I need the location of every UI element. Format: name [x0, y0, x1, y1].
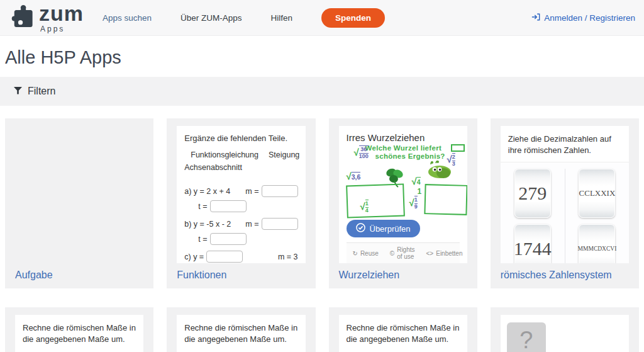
app-card-roemisches-zahlensystem: Ziehe die Dezimalzahlen auf ihre römisch…	[491, 118, 639, 288]
t-label-a: t =	[198, 202, 207, 211]
col-steigung: Steigung	[269, 150, 299, 159]
sqrt-2-3-draggable[interactable]: √23	[447, 153, 455, 167]
decimal-tile-279[interactable]: 279	[514, 169, 551, 218]
task-title: Ergänze die fehlenden Teile.	[184, 133, 297, 143]
question-line-2: schönes Ergebnis?	[375, 152, 445, 160]
embed-action[interactable]: <> Einbetten	[426, 250, 463, 257]
m-label-a: m =	[245, 187, 258, 196]
app-link-wurzelziehen[interactable]: Wurzelziehen	[339, 264, 467, 281]
reuse-action[interactable]: ↻ Reuse	[353, 250, 379, 257]
app-card-masse-jahre: Rechne die römischen Maße in die angegeb…	[329, 307, 477, 352]
nav-ueber-zum-apps[interactable]: Über ZUM-Apps	[180, 13, 242, 23]
dropzone-small[interactable]	[451, 144, 465, 152]
filter-toggle[interactable]: Filtern	[0, 77, 644, 106]
app-card-aufgabe: Aufgabe	[5, 118, 153, 288]
y-input-c[interactable]	[206, 251, 243, 263]
question-line-1: Welche Wurzel liefert	[365, 144, 442, 152]
memory-preview: ? ? ?	[501, 315, 629, 352]
equation-b: b) y = -5 x - 2	[184, 220, 231, 229]
roman-column: CCLXXIX MMMCDXCVI	[565, 169, 629, 263]
task-instruction: Ziehe die Dezimalzahlen auf ihre römisch…	[501, 126, 629, 162]
sqrt-1-9-draggable[interactable]: √19	[409, 196, 418, 210]
dropzone-right[interactable]	[424, 184, 467, 215]
signin-label: Anmelden / Registrieren	[544, 13, 635, 23]
main-nav: Apps suchen Über ZUM-Apps Hilfen Spenden	[103, 8, 385, 28]
sqrt-4-draggable[interactable]: √4	[412, 176, 421, 187]
logo-wordmark: zum	[39, 3, 84, 24]
m-input-a[interactable]	[262, 185, 298, 197]
nav-apps-suchen[interactable]: Apps suchen	[103, 13, 152, 23]
app-header: zum Apps Apps suchen Über ZUM-Apps Hilfe…	[0, 0, 644, 36]
reuse-icon: ↻	[353, 250, 358, 257]
rights-of-use-action[interactable]: © Rights of use	[390, 246, 415, 260]
page-title: Alle H5P Apps	[5, 47, 639, 68]
signin-link[interactable]: Anmelden / Registrieren	[531, 13, 635, 23]
col-funktionsgleichung: Funktionsgleichung	[191, 150, 258, 159]
masse-preview: Rechne die römischen Maße in die angegeb…	[339, 315, 467, 352]
funnel-icon	[14, 86, 22, 97]
t-label-b: t =	[198, 235, 207, 244]
m-label-b: m =	[245, 220, 258, 229]
m-input-b[interactable]	[262, 218, 298, 230]
masse-preview: Rechne die römischen Maße in die angegeb…	[177, 315, 305, 352]
check-circle-icon	[356, 223, 365, 234]
app-link-aufgabe[interactable]: Aufgabe	[15, 264, 143, 281]
logo-subtitle: Apps	[40, 25, 84, 33]
t-input-b[interactable]	[210, 233, 247, 245]
equation-c: c) y =	[184, 253, 204, 261]
number-1-draggable[interactable]: 1	[418, 187, 422, 196]
rights-icon: ©	[390, 250, 394, 257]
memory-card-1[interactable]: ?	[507, 322, 546, 352]
signin-icon	[531, 13, 540, 23]
task-title: Irres Wurzelziehen	[347, 132, 460, 143]
sqrt-3-6-draggable[interactable]: √3,6	[347, 171, 361, 182]
wurzelziehen-preview: Irres Wurzelziehen Welche Wurzel liefert…	[339, 126, 467, 263]
app-card-wurzelziehen: Irres Wurzelziehen Welche Wurzel liefert…	[329, 118, 477, 288]
app-card-masse-gramm: Rechne die römischen Maße in die angegeb…	[167, 307, 315, 352]
puzzle-icon	[9, 3, 35, 33]
zum-logo[interactable]: zum Apps	[9, 3, 84, 33]
task-instruction: Rechne die römischen Maße in die angegeb…	[184, 322, 297, 344]
h5p-action-bar: ↻ Reuse © Rights of use <> Einbetten H-P	[347, 242, 460, 263]
app-card-funktionen: Ergänze die fehlenden Teile. Funktionsgl…	[167, 118, 315, 288]
task-instruction: Rechne die römischen Maße in die angegeb…	[347, 322, 460, 344]
check-button[interactable]: Überprüfen	[347, 220, 420, 237]
app-card-masse-cullei: Rechne die römischen Maße in die angegeb…	[5, 307, 153, 352]
embed-icon: <>	[426, 250, 434, 257]
col-achsenabschnitt: Achsenabschnitt	[184, 163, 297, 172]
app-link-roemisches-zahlensystem[interactable]: römisches Zahlensystem	[501, 264, 629, 281]
app-link-funktionen[interactable]: Funktionen	[177, 264, 305, 281]
roman-preview: Ziehe die Dezimalzahlen auf ihre römisch…	[501, 126, 629, 263]
wurzel-scene: Welche Wurzel liefert schönes Ergebnis? …	[347, 145, 460, 216]
filter-label: Filtern	[28, 86, 55, 97]
dropzone-left[interactable]	[346, 183, 405, 218]
sqrt-36-100-draggable[interactable]: √36100	[354, 145, 369, 160]
task-instruction: Rechne die römischen Maße in die angegeb…	[23, 322, 136, 344]
sqrt-1-4-draggable[interactable]: √14	[360, 200, 369, 214]
masse-preview: Rechne die römischen Maße in die angegeb…	[15, 315, 143, 352]
roman-tile-cclxxix[interactable]: CCLXXIX	[579, 169, 615, 218]
t-input-a[interactable]	[210, 200, 247, 212]
funktionen-preview: Ergänze die fehlenden Teile. Funktionsgl…	[177, 126, 305, 263]
donate-button[interactable]: Spenden	[321, 8, 385, 28]
decimal-column: 279 1744	[501, 169, 565, 263]
nav-hilfen[interactable]: Hilfen	[271, 13, 293, 23]
app-card-memory: ? ? ?	[491, 307, 639, 352]
roman-tile-mmmcdxcvi[interactable]: MMMCDXCVI	[579, 224, 615, 263]
equation-a: a) y = 2 x + 4	[184, 187, 230, 196]
m-value-c: m = 3	[278, 253, 298, 261]
drag-board: 279 1744 CCLXXIX MMMCDXCVI	[501, 162, 629, 263]
apps-grid: Aufgabe Ergänze die fehlenden Teile. Fun…	[5, 118, 639, 352]
decimal-tile-1744[interactable]: 1744	[514, 224, 551, 263]
